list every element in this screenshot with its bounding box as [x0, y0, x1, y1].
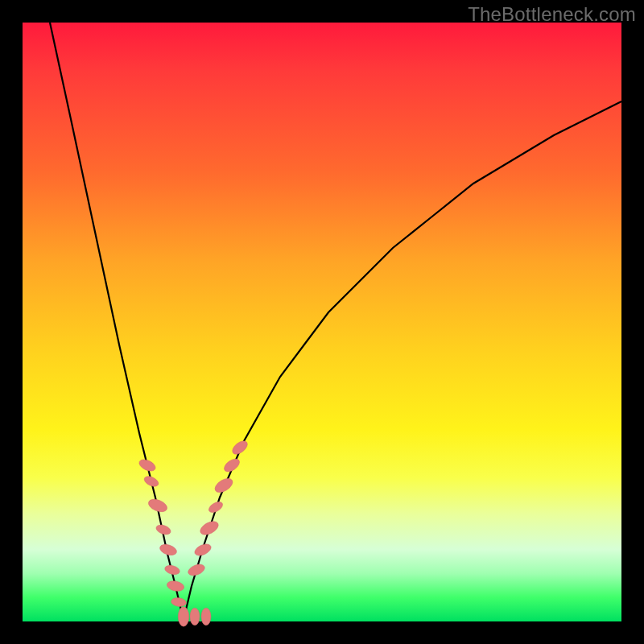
bead [178, 607, 189, 626]
bottleneck-curve-svg [23, 23, 621, 621]
bead [207, 500, 225, 515]
bead [164, 564, 181, 576]
watermark-text: TheBottleneck.com [468, 3, 636, 26]
bead [155, 523, 171, 536]
bead [171, 597, 187, 607]
bead [187, 562, 207, 577]
bead [201, 608, 211, 625]
bead [213, 476, 235, 495]
bead [198, 518, 221, 537]
bead [230, 439, 250, 457]
curve-right-branch [184, 101, 621, 620]
bead [190, 608, 200, 625]
bead [166, 580, 185, 592]
bead [159, 543, 178, 557]
gradient-plot-area [23, 23, 621, 621]
bead [142, 474, 160, 489]
bead [193, 542, 213, 558]
bead [138, 457, 158, 473]
bead-cluster [138, 439, 250, 627]
